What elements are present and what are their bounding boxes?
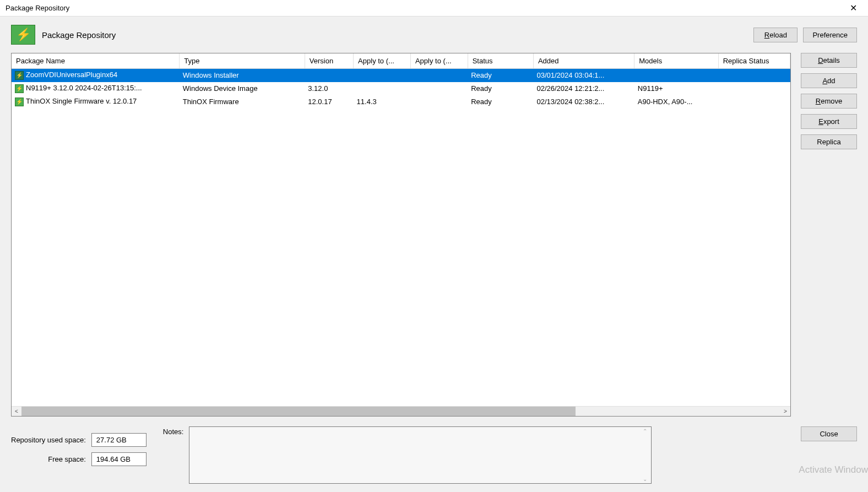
cell-added: 03/01/2024 03:04:1...	[533, 69, 634, 82]
horizontal-scrollbar[interactable]: < >	[12, 406, 790, 416]
titlebar: Package Repository ✕	[0, 0, 868, 17]
cell-type: Windows Installer	[180, 69, 305, 82]
cell-status: Ready	[468, 69, 533, 82]
scroll-down-icon[interactable]: ⌄	[640, 476, 650, 482]
main-area: ⚡ Package Repository Reload Preference P	[0, 17, 868, 492]
bolt-icon: ⚡	[15, 84, 24, 93]
col-added[interactable]: Added	[533, 53, 634, 69]
col-models[interactable]: Models	[634, 53, 718, 69]
cell-apply1	[354, 82, 411, 95]
header-buttons: Reload Preference	[753, 28, 857, 42]
table-wrapper[interactable]: Package Name Type Version Apply to (... …	[12, 53, 790, 406]
cell-name: ⚡ThinOX Single Firmware v. 12.0.17	[12, 95, 180, 109]
add-button[interactable]: Add	[801, 73, 857, 88]
free-space-value: 194.64 GB	[91, 452, 147, 466]
watermark: Activate Window	[799, 464, 868, 475]
side-buttons: Details Add Remove Export Replica	[801, 53, 857, 417]
col-status[interactable]: Status	[468, 53, 533, 69]
table-row[interactable]: ⚡ThinOX Single Firmware v. 12.0.17ThinOX…	[12, 95, 790, 109]
header-row: ⚡ Package Repository Reload Preference	[11, 25, 857, 45]
notes-textarea[interactable]: ⌃ ⌄	[189, 426, 652, 484]
cell-type: ThinOX Firmware	[180, 95, 305, 109]
notes-label: Notes:	[163, 426, 184, 436]
remove-button[interactable]: Remove	[801, 94, 857, 109]
replica-button[interactable]: Replica	[801, 134, 857, 149]
cell-apply2	[410, 82, 468, 95]
cell-name: ⚡ZoomVDIUniversalPluginx64	[12, 69, 180, 82]
scroll-up-icon[interactable]: ⌃	[640, 428, 650, 434]
cell-name-text: N9119+ 3.12.0 2024-02-26T13:15:...	[26, 84, 142, 92]
bottom-area: Repository used space: 27.72 GB Free spa…	[11, 426, 857, 484]
col-version[interactable]: Version	[305, 53, 353, 69]
col-replica[interactable]: Replica Status	[718, 53, 790, 69]
reload-button[interactable]: Reload	[753, 28, 798, 42]
page-title: Package Repository	[42, 30, 116, 40]
cell-name: ⚡N9119+ 3.12.0 2024-02-26T13:15:...	[12, 82, 180, 95]
cell-type: Windows Device Image	[180, 82, 305, 95]
cell-status: Ready	[468, 95, 533, 109]
cell-added: 02/26/2024 12:21:2...	[533, 82, 634, 95]
space-info: Repository used space: 27.72 GB Free spa…	[11, 426, 147, 466]
table-row[interactable]: ⚡N9119+ 3.12.0 2024-02-26T13:15:...Windo…	[12, 82, 790, 95]
notes-scrollbar[interactable]: ⌃ ⌄	[640, 428, 650, 482]
cell-name-text: ZoomVDIUniversalPluginx64	[26, 71, 117, 79]
scroll-right-icon[interactable]: >	[780, 407, 790, 417]
used-space-label: Repository used space:	[11, 436, 86, 444]
cell-added: 02/13/2024 02:38:2...	[533, 95, 634, 109]
export-button[interactable]: Export	[801, 114, 857, 129]
close-button[interactable]: Close	[801, 426, 857, 441]
window-title: Package Repository	[6, 4, 69, 12]
content-row: Package Name Type Version Apply to (... …	[11, 53, 857, 417]
details-button[interactable]: Details	[801, 53, 857, 68]
bolt-icon: ⚡	[11, 25, 35, 45]
col-name[interactable]: Package Name	[12, 53, 180, 69]
package-table: Package Name Type Version Apply to (... …	[12, 53, 790, 109]
header-row: Package Name Type Version Apply to (... …	[12, 53, 790, 69]
cell-version: 3.12.0	[305, 82, 353, 95]
notes-area: Notes: ⌃ ⌄	[163, 426, 784, 484]
table-row[interactable]: ⚡ZoomVDIUniversalPluginx64Windows Instal…	[12, 69, 790, 82]
cell-replica	[718, 82, 790, 95]
cell-apply2	[410, 95, 468, 109]
header-left: ⚡ Package Repository	[11, 25, 116, 45]
cell-name-text: ThinOX Single Firmware v. 12.0.17	[26, 97, 137, 105]
cell-replica	[718, 69, 790, 82]
package-table-container: Package Name Type Version Apply to (... …	[11, 53, 791, 417]
close-area: Close	[801, 426, 857, 441]
cell-apply1	[354, 69, 411, 82]
cell-version: 12.0.17	[305, 95, 353, 109]
scroll-track[interactable]	[21, 407, 780, 416]
bolt-icon: ⚡	[15, 98, 24, 106]
used-space-value: 27.72 GB	[91, 433, 147, 447]
scroll-left-icon[interactable]: <	[12, 407, 21, 417]
preference-button[interactable]: Preference	[803, 28, 857, 42]
close-icon[interactable]: ✕	[844, 1, 862, 15]
cell-status: Ready	[468, 82, 533, 95]
free-space-label: Free space:	[11, 455, 86, 463]
cell-models: N9119+	[634, 82, 718, 95]
col-apply2[interactable]: Apply to (...	[410, 53, 468, 69]
bolt-icon: ⚡	[15, 71, 24, 80]
cell-apply1: 11.4.3	[354, 95, 411, 109]
cell-models	[634, 69, 718, 82]
cell-replica	[718, 95, 790, 109]
col-type[interactable]: Type	[180, 53, 305, 69]
scroll-thumb[interactable]	[21, 407, 576, 416]
col-apply1[interactable]: Apply to (...	[354, 53, 411, 69]
cell-apply2	[410, 69, 468, 82]
cell-version	[305, 69, 353, 82]
cell-models: A90-HDX, A90-...	[634, 95, 718, 109]
